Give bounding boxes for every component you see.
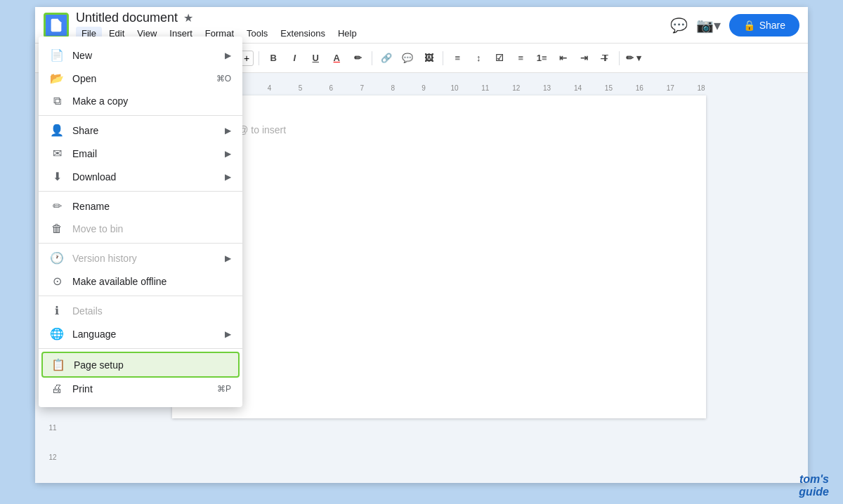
menu-section-4: 🕐 Version history ▶ ⊙ Make available off… xyxy=(39,244,242,296)
toolbar-numbered[interactable]: 1≡ xyxy=(532,49,551,67)
print-icon: 🖨 xyxy=(50,383,64,395)
language-label: Language xyxy=(72,329,225,340)
open-icon: 📂 xyxy=(50,72,64,85)
toolbar-checklist[interactable]: ☑ xyxy=(490,49,509,67)
menu-section-3: ✏ Rename 🗑 Move to bin xyxy=(39,192,242,244)
menu-item-share[interactable]: 👤 Share ▶ xyxy=(39,119,242,142)
menu-item-page-setup[interactable]: 📋 Page setup xyxy=(41,352,240,378)
download-arrow: ▶ xyxy=(225,172,231,182)
ruler-mark-12: 12 xyxy=(48,453,56,483)
menu-item-open[interactable]: 📂 Open ⌘O xyxy=(39,67,242,90)
toolbar-divider-5 xyxy=(443,51,443,65)
menu-item-tools[interactable]: Tools xyxy=(241,27,273,40)
download-icon: ⬇ xyxy=(50,170,64,183)
toms-guide-watermark: tom's guide xyxy=(799,473,829,498)
make-copy-icon: ⧉ xyxy=(50,95,64,107)
print-shortcut: ⌘P xyxy=(217,384,231,394)
doc-title-row: Untitled document ★ xyxy=(76,11,670,25)
make-available-offline-label: Make available offline xyxy=(72,276,231,287)
share-label: Share xyxy=(759,20,785,31)
details-icon: ℹ xyxy=(50,304,64,317)
menu-item-language[interactable]: 🌐 Language ▶ xyxy=(39,322,242,345)
email-icon: ✉ xyxy=(50,147,64,160)
toolbar-underline[interactable]: U xyxy=(306,49,325,67)
toolbar-divider-6 xyxy=(619,51,620,65)
menu-item-rename[interactable]: ✏ Rename xyxy=(39,194,242,218)
camera-icon[interactable]: 📷▾ xyxy=(696,17,721,34)
toolbar-decrease-indent[interactable]: ⇤ xyxy=(554,49,572,67)
doc-icon[interactable] xyxy=(44,13,69,38)
page-setup-icon: 📋 xyxy=(51,358,65,371)
toolbar-align[interactable]: ≡ xyxy=(448,49,466,67)
toms-guide-line2: guide xyxy=(799,486,829,498)
menu-item-details: ℹ Details xyxy=(39,299,242,322)
menu-item-print[interactable]: 🖨 Print ⌘P xyxy=(39,378,242,400)
download-label: Download xyxy=(72,171,225,183)
toolbar-image[interactable]: 🖼 xyxy=(419,49,438,67)
doc-page[interactable]: Type @ to insert xyxy=(172,95,706,418)
details-label: Details xyxy=(72,305,231,317)
toolbar-edit-mode[interactable]: ✏ ▾ xyxy=(625,49,643,67)
menu-item-download[interactable]: ⬇ Download ▶ xyxy=(39,165,242,188)
menu-section-6: 📋 Page setup 🖨 Print ⌘P xyxy=(39,349,242,403)
version-history-icon: 🕐 xyxy=(50,251,64,265)
comment-icon[interactable]: 💬 xyxy=(670,17,688,34)
toolbar-highlight[interactable]: ✏ xyxy=(348,49,367,67)
toolbar-line-spacing[interactable]: ↕ xyxy=(469,49,488,67)
make-available-offline-icon: ⊙ xyxy=(50,274,64,288)
page-setup-label: Page setup xyxy=(74,359,230,371)
move-to-bin-icon: 🗑 xyxy=(50,223,64,235)
open-label: Open xyxy=(72,73,216,84)
toolbar-link[interactable]: 🔗 xyxy=(377,49,396,67)
open-shortcut: ⌘O xyxy=(216,74,231,84)
ruler-mark-11: 11 xyxy=(48,424,56,453)
doc-title[interactable]: Untitled document xyxy=(76,11,178,25)
toms-guide-line1: tom's xyxy=(799,473,829,486)
version-history-arrow: ▶ xyxy=(225,253,231,263)
toolbar-bold[interactable]: B xyxy=(264,49,282,67)
toolbar-bullets[interactable]: ≡ xyxy=(511,49,530,67)
title-bar-right: 💬 📷▾ 🔒 Share xyxy=(670,14,799,37)
share-lock-icon: 🔒 xyxy=(743,20,755,31)
toolbar-divider-3 xyxy=(259,51,259,65)
toolbar-italic[interactable]: I xyxy=(285,49,303,67)
email-arrow: ▶ xyxy=(225,149,231,159)
share-button[interactable]: 🔒 Share xyxy=(729,14,799,37)
language-arrow: ▶ xyxy=(225,329,231,339)
toolbar-clear-format[interactable]: T̶ xyxy=(596,49,614,67)
menu-item-extensions[interactable]: Extensions xyxy=(275,27,331,40)
star-icon[interactable]: ★ xyxy=(183,11,193,25)
menu-item-make-copy[interactable]: ⧉ Make a copy xyxy=(39,90,242,112)
menu-item-email[interactable]: ✉ Email ▶ xyxy=(39,142,242,165)
share-label: Share xyxy=(72,125,225,136)
share-arrow: ▶ xyxy=(225,126,231,135)
toolbar-divider-4 xyxy=(372,51,372,65)
move-to-bin-label: Move to bin xyxy=(72,223,231,234)
share-icon: 👤 xyxy=(50,124,64,137)
new-label: New xyxy=(72,50,225,61)
menu-item-move-to-bin: 🗑 Move to bin xyxy=(39,218,242,240)
print-label: Print xyxy=(72,383,217,394)
menu-item-help[interactable]: Help xyxy=(332,27,362,40)
menu-section-5: ℹ Details 🌐 Language ▶ xyxy=(39,296,242,349)
new-arrow: ▶ xyxy=(225,51,231,60)
rename-label: Rename xyxy=(72,201,231,212)
version-history-label: Version history xyxy=(72,253,225,264)
dropdown-menu: 📄 New ▶ 📂 Open ⌘O ⧉ Make a copy 👤 Share … xyxy=(39,37,242,407)
email-label: Email xyxy=(72,148,225,159)
menu-item-version-history: 🕐 Version history ▶ xyxy=(39,246,242,270)
make-copy-label: Make a copy xyxy=(72,95,231,107)
menu-section-2: 👤 Share ▶ ✉ Email ▶ ⬇ Download ▶ xyxy=(39,116,242,192)
doc-title-area: Untitled document ★ File Edit View Inser… xyxy=(76,11,670,40)
menu-item-make-available-offline[interactable]: ⊙ Make available offline xyxy=(39,270,242,293)
language-icon: 🌐 xyxy=(50,327,64,340)
rename-icon: ✏ xyxy=(50,199,64,213)
menu-item-new[interactable]: 📄 New ▶ xyxy=(39,44,242,67)
menu-section-1: 📄 New ▶ 📂 Open ⌘O ⧉ Make a copy xyxy=(39,41,242,116)
new-icon: 📄 xyxy=(50,48,64,62)
toolbar-increase-indent[interactable]: ⇥ xyxy=(575,49,593,67)
toolbar-font-color[interactable]: A xyxy=(327,49,346,67)
toolbar-comment[interactable]: 💬 xyxy=(398,49,417,67)
